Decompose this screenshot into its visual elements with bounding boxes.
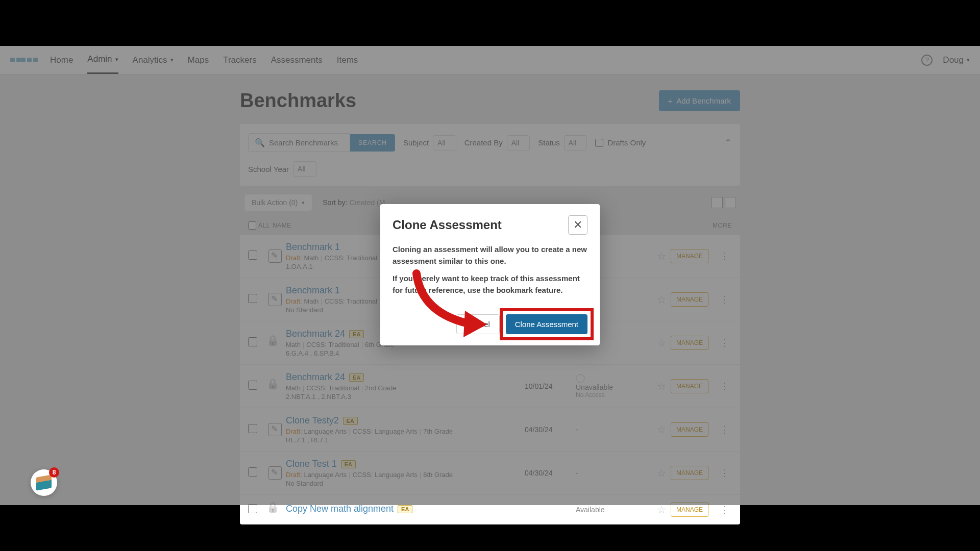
modal-text-2: If you merely want to keep track of this… (393, 273, 587, 296)
notification-count: 8 (49, 467, 59, 478)
modal-title: Clone Assessment (393, 218, 502, 232)
clone-assessment-modal: Clone Assessment ✕ Cloning an assessment… (380, 204, 600, 345)
cancel-button[interactable]: Cancel (456, 314, 500, 334)
close-icon[interactable]: ✕ (568, 215, 587, 235)
more-icon[interactable]: ⋮ (717, 504, 732, 515)
bookmark-icon[interactable]: ☆ (652, 504, 671, 516)
clone-assessment-button[interactable]: Clone Assessment (506, 314, 587, 334)
notification-badge[interactable]: 8 (31, 469, 57, 496)
row-title[interactable]: Copy New math alignment EA (286, 504, 520, 514)
row-status: Available (576, 506, 652, 514)
modal-text-1: Cloning an assessment will allow you to … (393, 244, 587, 267)
row-checkbox[interactable] (248, 504, 257, 513)
ea-badge: EA (398, 505, 412, 513)
